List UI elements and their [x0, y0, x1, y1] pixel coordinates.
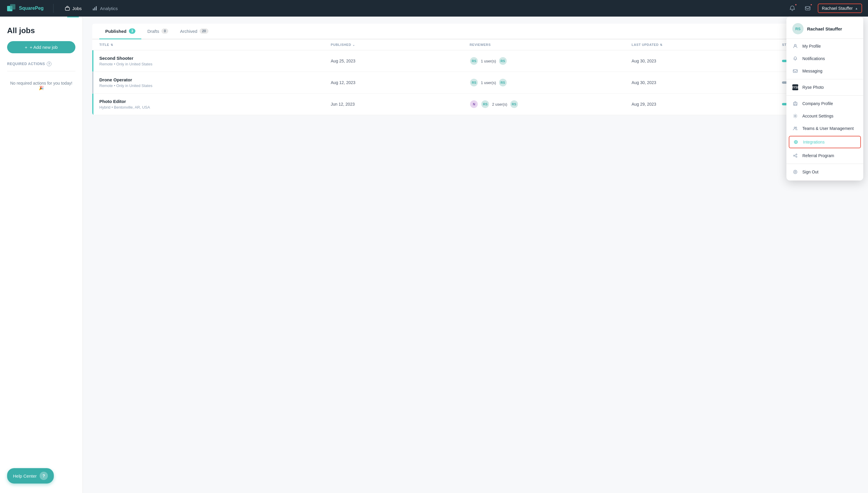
svg-rect-3: [93, 8, 94, 10]
notifications-label: Notifications: [802, 56, 825, 61]
required-actions-section: REQUIRED ACTIONS ?: [7, 62, 75, 66]
tabs-bar: Published 3 Drafts 0 Archived 20: [92, 24, 859, 39]
help-center-button[interactable]: Help Center ?: [7, 468, 54, 484]
avatar: RS: [470, 57, 478, 65]
svg-rect-2: [65, 7, 69, 10]
dropdown-header: RS Rachael Stauffer: [786, 19, 863, 39]
bell-icon: [790, 5, 795, 11]
no-actions-text: No required actions for you today!: [10, 81, 72, 86]
table-row[interactable]: Photo Editor Hybrid • Bentonville, AR, U…: [92, 93, 859, 115]
dropdown-item-messaging[interactable]: Messaging: [786, 65, 863, 77]
users-count: 1 user(s): [481, 81, 496, 85]
dropdown-item-sign-out[interactable]: Sign Out: [786, 166, 863, 178]
svg-point-7: [794, 44, 796, 46]
dropdown-user-avatar: RS: [792, 23, 803, 34]
nav-link-jobs[interactable]: Jobs: [61, 3, 86, 13]
account-settings-label: Account Settings: [802, 114, 833, 119]
tab-archived-label: Archived: [180, 29, 197, 34]
dropdown-divider-3: [786, 164, 863, 164]
tab-drafts[interactable]: Drafts 0: [141, 24, 174, 39]
dropdown-item-account-settings[interactable]: Account Settings: [786, 110, 863, 122]
users-count: 1 user(s): [481, 59, 496, 63]
integrations-label: Integrations: [803, 140, 825, 144]
no-actions-emoji: 🎉: [39, 86, 44, 90]
reviewers-cell: RS 1 user(s) RS: [470, 78, 632, 87]
dropdown-item-ryse-photo[interactable]: RYSE Ryse Photo: [786, 81, 863, 93]
job-info-cell: Second Shooter Remote • Only in United S…: [99, 56, 331, 66]
svg-point-18: [794, 170, 797, 174]
title-sort-icon: ⇅: [111, 43, 113, 46]
gear-icon: [792, 113, 798, 119]
navbar: SquarePeg Jobs Analytics: [0, 0, 868, 17]
table-row[interactable]: Drone Operator Remote • Only in United S…: [92, 72, 859, 93]
nav-analytics-label: Analytics: [100, 6, 118, 11]
job-info-cell: Drone Operator Remote • Only in United S…: [99, 77, 331, 88]
last-updated-date: Aug 30, 2023: [632, 80, 656, 85]
page-title: All jobs: [7, 26, 75, 35]
help-center-icon: ?: [40, 472, 48, 480]
dropdown-item-referral[interactable]: Referral Program: [786, 149, 863, 162]
add-new-job-button[interactable]: + + Add new job: [7, 41, 75, 53]
svg-rect-5: [96, 6, 97, 10]
nav-divider: [53, 4, 53, 13]
reviewer-avatar: RS: [499, 57, 507, 65]
svg-point-19: [795, 171, 796, 173]
job-published-date: Aug 25, 2023: [331, 59, 470, 63]
last-updated-date: Aug 29, 2023: [632, 102, 656, 107]
job-meta: Remote • Only in United States: [99, 83, 331, 88]
squarepeg-logo-icon: [6, 3, 17, 14]
job-published-date: Aug 12, 2023: [331, 80, 470, 85]
nav-link-analytics[interactable]: Analytics: [88, 3, 122, 13]
dropdown-item-my-profile[interactable]: My Profile: [786, 40, 863, 52]
table-row[interactable]: Second Shooter Remote • Only in United S…: [92, 50, 859, 72]
dropdown-item-notifications[interactable]: Notifications: [786, 52, 863, 65]
col-last-updated[interactable]: LAST UPDATED ⇅: [632, 43, 782, 46]
dropdown-item-integrations[interactable]: Integrations: [789, 136, 861, 148]
last-updated-cell: Aug 29, 2023: [632, 102, 782, 107]
nav-jobs-label: Jobs: [72, 6, 82, 11]
signout-icon: [792, 169, 798, 175]
svg-point-10: [795, 115, 796, 117]
my-profile-label: My Profile: [802, 44, 821, 48]
tab-published[interactable]: Published 3: [99, 24, 141, 39]
job-info-cell: Photo Editor Hybrid • Bentonville, AR, U…: [99, 99, 331, 109]
sidebar: All jobs + + Add new job REQUIRED ACTION…: [0, 17, 83, 493]
svg-point-12: [796, 127, 797, 128]
svg-point-11: [794, 127, 795, 128]
job-title: Photo Editor: [99, 99, 331, 104]
add-job-plus-icon: +: [25, 45, 27, 50]
published-sort-icon: ⌄: [352, 43, 355, 46]
analytics-icon: [92, 6, 97, 11]
sign-out-label: Sign Out: [802, 170, 818, 174]
avatar: RS: [470, 78, 478, 87]
messages-button[interactable]: [802, 3, 813, 14]
col-title[interactable]: TITLE ⇅: [99, 43, 331, 46]
nav-links: Jobs Analytics: [61, 3, 787, 13]
dropdown-item-company-profile[interactable]: Company Profile: [786, 98, 863, 110]
dropdown-item-teams[interactable]: Teams & User Management: [786, 122, 863, 135]
job-published-date: Jun 12, 2023: [331, 102, 470, 107]
col-published[interactable]: PUBLISHED ⌄: [331, 43, 470, 46]
message-badge: [810, 3, 813, 6]
add-job-label: + Add new job: [30, 45, 58, 50]
notifications-button[interactable]: [787, 3, 798, 14]
dropdown-divider-2: [786, 95, 863, 95]
tab-archived[interactable]: Archived 20: [174, 24, 214, 39]
referral-icon: [792, 153, 798, 158]
last-updated-sort-icon: ⇅: [660, 43, 663, 46]
svg-rect-1: [10, 4, 15, 9]
required-actions-help-icon[interactable]: ?: [47, 62, 51, 66]
job-meta: Hybrid • Bentonville, AR, USA: [99, 105, 331, 109]
col-reviewers: REVIEWERS: [470, 43, 632, 46]
user-menu-button[interactable]: Rachael Stauffer ▲: [818, 3, 862, 13]
reviewers-cell: RS 1 user(s) RS: [470, 57, 632, 65]
no-actions-message: No required actions for you today! 🎉: [7, 77, 75, 90]
teams-label: Teams & User Management: [802, 126, 854, 131]
main-content: Published 3 Drafts 0 Archived 20 TITLE ⇅: [83, 17, 868, 493]
integration-icon: [793, 139, 799, 145]
dropdown-username: Rachael Stauffer: [807, 26, 842, 31]
tab-archived-count: 20: [200, 28, 208, 34]
nav-logo[interactable]: SquarePeg: [6, 3, 44, 14]
tab-published-count: 3: [129, 28, 136, 34]
svg-point-17: [796, 156, 797, 157]
